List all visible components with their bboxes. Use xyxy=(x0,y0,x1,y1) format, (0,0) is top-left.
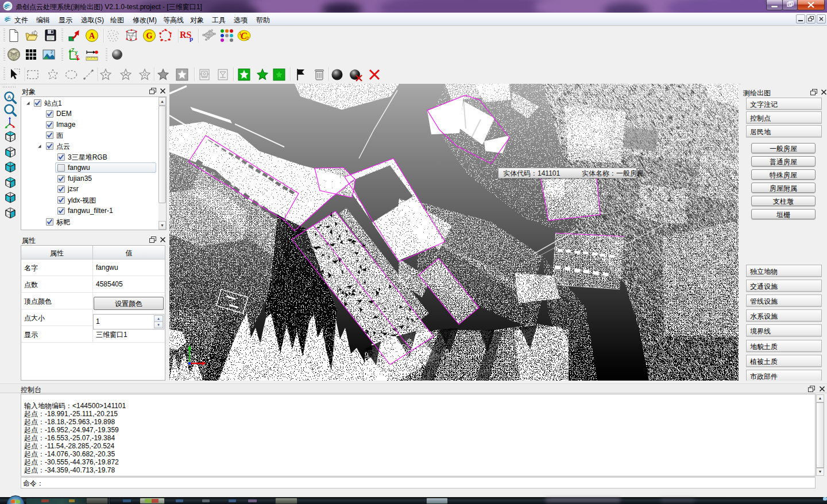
svg-text:x: x xyxy=(76,53,79,59)
svg-text:A: A xyxy=(7,94,11,100)
svg-text:A: A xyxy=(89,32,95,40)
svg-text:实体名称：一般房屋: 实体名称：一般房屋 xyxy=(582,169,644,177)
svg-text:G: G xyxy=(146,32,153,40)
svg-text:2: 2 xyxy=(246,36,249,41)
svg-text:实体代码：141101: 实体代码：141101 xyxy=(503,169,560,177)
svg-text:1: 1 xyxy=(239,31,242,36)
svg-text:p: p xyxy=(190,35,193,42)
svg-text:2: 2 xyxy=(51,50,53,54)
